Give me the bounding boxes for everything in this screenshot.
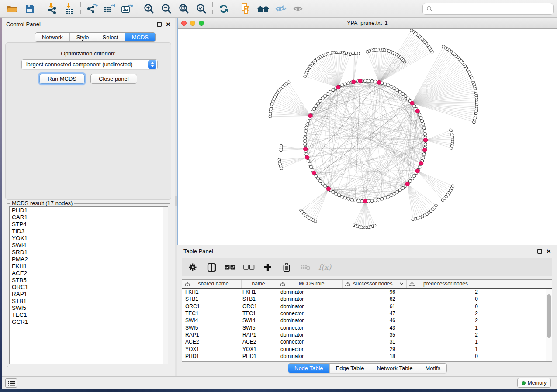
add-row-button[interactable] xyxy=(262,261,273,273)
show-columns-button[interactable] xyxy=(206,261,217,273)
cell-predecessor-nodes: 2 xyxy=(407,310,481,316)
table-row[interactable]: YOX1 YOX1 connector 29 1 xyxy=(182,345,546,352)
table-row[interactable]: STB1 STB1 dominator 62 0 xyxy=(182,296,546,303)
close-table-panel-icon[interactable]: × xyxy=(547,249,551,254)
mcds-result-item[interactable]: ORC1 xyxy=(10,284,168,291)
function-builder-button[interactable]: f(x) xyxy=(318,263,331,272)
mcds-result-item[interactable]: SRD1 xyxy=(10,249,168,256)
cell-mcds-role: connector xyxy=(277,310,343,316)
delete-row-button[interactable] xyxy=(281,261,292,273)
plus-icon xyxy=(264,263,272,271)
cell-successor-nodes: 43 xyxy=(343,325,407,331)
mcds-result-item[interactable]: STB5 xyxy=(10,277,168,284)
cell-mcds-role: connector xyxy=(277,346,343,352)
mcds-list-scrollbar[interactable] xyxy=(163,207,168,364)
criterion-dropdown[interactable]: largest connected component (undirected) xyxy=(21,59,158,69)
table-row[interactable]: FKH1 FKH1 dominator 96 2 xyxy=(182,289,546,296)
mcds-result-list[interactable]: PHD1CAR1STP4TID3YOX1SWI4SRD1PMA2FKH1ACE2… xyxy=(9,206,168,364)
first-neighbors-button[interactable] xyxy=(255,1,272,16)
zoom-fit-button[interactable] xyxy=(175,1,193,16)
mcds-result-item[interactable]: YOX1 xyxy=(10,235,168,242)
zoom-selected-button[interactable] xyxy=(193,1,210,16)
zoom-in-button[interactable] xyxy=(140,1,158,16)
refresh-button[interactable] xyxy=(215,1,232,16)
cell-name: FKH1 xyxy=(242,289,277,295)
column-header-filler xyxy=(481,280,552,288)
export-image-button[interactable] xyxy=(118,1,135,16)
import-network-icon xyxy=(46,3,58,14)
splitter-handle[interactable] xyxy=(175,196,177,206)
table-scrollbar-thumb[interactable] xyxy=(547,294,551,338)
float-table-panel-icon[interactable] xyxy=(537,249,542,254)
clone-network-button[interactable] xyxy=(237,1,255,16)
run-mcds-button[interactable]: Run MCDS xyxy=(39,74,85,84)
column-header-mcds-role[interactable]: MCDS role xyxy=(277,280,343,288)
mcds-result-item[interactable]: SWI4 xyxy=(10,242,168,249)
table-row[interactable]: SWI5 SWI5 connector 43 1 xyxy=(182,324,546,331)
table-settings-button[interactable] xyxy=(187,261,198,273)
table-row[interactable]: PHD1 PHD1 dominator 18 0 xyxy=(182,353,546,360)
mcds-result-item[interactable]: CAR1 xyxy=(10,214,168,221)
zoom-out-button[interactable] xyxy=(158,1,175,16)
mcds-result-item[interactable]: ACE2 xyxy=(10,270,168,277)
export-table-button[interactable] xyxy=(100,1,118,16)
cell-predecessor-nodes: 0 xyxy=(407,353,481,359)
cell-shared-name: SWI4 xyxy=(182,317,242,323)
tab-style[interactable]: Style xyxy=(70,33,96,41)
table-row[interactable]: SWI4 SWI4 dominator 46 2 xyxy=(182,317,546,324)
tab-node-table[interactable]: Node Table xyxy=(288,364,330,373)
delete-table-button[interactable] xyxy=(300,261,311,273)
tab-edge-table[interactable]: Edge Table xyxy=(330,364,371,373)
search-box[interactable] xyxy=(422,3,554,15)
tab-select[interactable]: Select xyxy=(96,33,125,41)
panel-menu-button[interactable] xyxy=(5,378,17,388)
mcds-result-item[interactable]: TID3 xyxy=(10,228,168,235)
zoom-selected-icon xyxy=(196,3,207,14)
cell-successor-nodes: 35 xyxy=(343,332,407,338)
column-header-predecessor-nodes[interactable]: predecessor nodes xyxy=(407,280,481,288)
mcds-result-item[interactable]: STB1 xyxy=(10,298,168,305)
search-input[interactable] xyxy=(436,5,553,14)
close-panel-button[interactable]: Close panel xyxy=(90,74,137,84)
mcds-result-item[interactable]: PHD1 xyxy=(10,207,168,214)
export-network-button[interactable] xyxy=(83,1,100,16)
open-file-button[interactable] xyxy=(3,1,21,16)
table-row[interactable]: ORC1 ORC1 dominator 61 0 xyxy=(182,303,546,310)
table-row[interactable]: TEC1 TEC1 connector 47 2 xyxy=(182,310,546,317)
show-eye-icon xyxy=(292,3,304,14)
table-row[interactable]: RAP1 RAP1 dominator 35 2 xyxy=(182,331,546,338)
memory-button[interactable]: Memory xyxy=(517,378,551,388)
mcds-result-item[interactable]: RAP1 xyxy=(10,291,168,298)
mcds-result-item[interactable]: PMA2 xyxy=(10,256,168,263)
network-graph[interactable] xyxy=(178,29,557,245)
mcds-result-item[interactable]: FKH1 xyxy=(10,263,168,270)
tab-network[interactable]: Network xyxy=(35,33,70,41)
mcds-result-item[interactable]: TEC1 xyxy=(10,312,168,319)
network-title: YPA_prune.txt_1 xyxy=(178,20,557,26)
mcds-result-item[interactable]: SWI5 xyxy=(10,305,168,312)
float-panel-icon[interactable] xyxy=(157,22,162,27)
select-all-icon xyxy=(225,265,236,270)
column-header-successor-nodes[interactable]: successor nodes xyxy=(343,280,407,288)
mcds-result-item[interactable]: GCR1 xyxy=(10,319,168,326)
show-all-button[interactable] xyxy=(290,1,307,16)
mcds-result-item[interactable]: STP4 xyxy=(10,221,168,228)
import-network-button[interactable] xyxy=(43,1,61,16)
clear-selection-button[interactable] xyxy=(243,261,255,273)
cell-shared-name: PHD1 xyxy=(182,353,242,359)
toolbar-separator xyxy=(212,2,213,15)
column-header-name[interactable]: name xyxy=(242,280,277,288)
tab-network-table[interactable]: Network Table xyxy=(370,364,419,373)
network-titlebar[interactable]: YPA_prune.txt_1 xyxy=(178,18,557,29)
memory-label: Memory xyxy=(528,380,547,386)
hide-selected-button[interactable] xyxy=(272,1,290,16)
table-scrollbar[interactable] xyxy=(546,289,552,361)
table-row[interactable]: ACE2 ACE2 connector 31 1 xyxy=(182,338,546,345)
column-header-shared-name[interactable]: shared name xyxy=(182,280,242,288)
import-table-button[interactable] xyxy=(61,1,78,16)
select-all-button[interactable] xyxy=(225,261,236,273)
tab-motifs[interactable]: Motifs xyxy=(419,364,447,373)
close-panel-icon[interactable]: × xyxy=(166,22,170,27)
tab-mcds[interactable]: MCDS xyxy=(125,33,155,41)
save-session-button[interactable] xyxy=(21,1,38,16)
